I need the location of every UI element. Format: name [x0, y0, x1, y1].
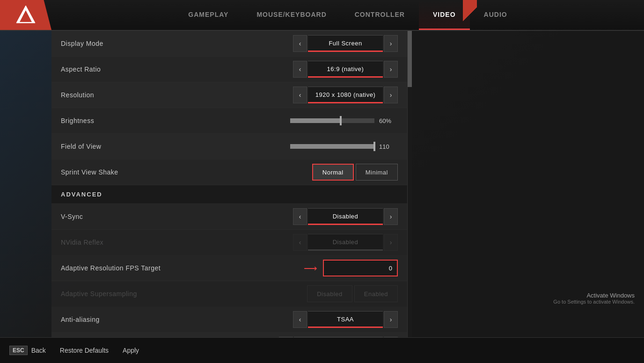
aspect-ratio-label: Aspect Ratio: [61, 65, 293, 73]
display-mode-label: Display Mode: [61, 40, 293, 47]
apply-button[interactable]: Apply: [123, 347, 139, 354]
fov-row: Field of View 110: [51, 134, 407, 160]
vsync-next[interactable]: ›: [384, 208, 398, 225]
bottom-bar: ESC Back Restore Defaults Apply: [0, 337, 644, 363]
restore-defaults-button[interactable]: Restore Defaults: [60, 347, 109, 354]
fov-slider[interactable]: [290, 144, 374, 149]
restore-defaults-label: Restore Defaults: [60, 347, 109, 354]
nvidia-reflex-row: NVidia Reflex ‹ Disabled ›: [51, 230, 407, 255]
nvidia-reflex-label: NVidia Reflex: [61, 239, 293, 246]
apex-logo: [14, 3, 37, 27]
nvidia-reflex-next: ›: [384, 234, 398, 251]
aspect-ratio-row: Aspect Ratio ‹ 16:9 (native) ›: [51, 57, 407, 82]
display-mode-row: Display Mode ‹ Full Screen ›: [51, 31, 407, 57]
display-mode-control: ‹ Full Screen ›: [293, 35, 398, 52]
tab-gameplay[interactable]: GAMEPLAY: [174, 0, 242, 30]
sprint-view-shake-control: Normal Minimal: [312, 164, 398, 181]
brightness-value: 60%: [379, 117, 398, 124]
tab-controller[interactable]: CONTROLLER: [341, 0, 419, 30]
fov-label: Field of View: [61, 143, 290, 150]
nvidia-reflex-value: Disabled: [308, 234, 383, 251]
texture-streaming-row: Texture Streaming Budget ‹ Low (2-3 GB V…: [51, 333, 407, 337]
adaptive-supersampling-enabled: Enabled: [354, 285, 398, 302]
resolution-prev[interactable]: ‹: [293, 87, 307, 103]
esc-key-label: ESC: [9, 346, 28, 355]
settings-panel: Display Mode ‹ Full Screen › Aspect Rati…: [51, 31, 407, 337]
scrollbar-thumb[interactable]: [408, 31, 412, 87]
fov-control: 110: [290, 143, 398, 150]
brightness-slider[interactable]: [290, 118, 374, 123]
sprint-view-shake-row: Sprint View Shake Normal Minimal: [51, 160, 407, 185]
aspect-ratio-value: 16:9 (native): [308, 61, 383, 78]
brightness-control: 60%: [290, 117, 398, 124]
anti-aliasing-label: Anti-aliasing: [61, 316, 293, 323]
right-panel: Activate Windows Go to Settings to activ…: [412, 31, 644, 337]
back-button[interactable]: ESC Back: [9, 346, 46, 355]
nav-tabs: GAMEPLAY MOUSE/KEYBOARD CONTROLLER VIDEO…: [51, 0, 644, 30]
resolution-value: 1920 x 1080 (native): [308, 87, 383, 103]
brightness-label: Brightness: [61, 117, 290, 124]
display-mode-next[interactable]: ›: [384, 35, 398, 52]
display-mode-value: Full Screen: [308, 35, 383, 52]
resolution-label: Resolution: [61, 91, 293, 99]
adaptive-supersampling-row: Adaptive Supersampling Disabled Enabled: [51, 281, 407, 307]
sprint-view-shake-label: Sprint View Shake: [61, 168, 312, 176]
resolution-control: ‹ 1920 x 1080 (native) ›: [293, 87, 398, 103]
back-label: Back: [31, 347, 46, 354]
adaptive-supersampling-label: Adaptive Supersampling: [61, 290, 307, 298]
anti-aliasing-next[interactable]: ›: [384, 311, 398, 328]
nvidia-reflex-prev: ‹: [293, 234, 307, 251]
aspect-ratio-control: ‹ 16:9 (native) ›: [293, 61, 398, 78]
activate-title: Activate Windows: [553, 292, 635, 299]
vsync-label: V-Sync: [61, 213, 293, 220]
adaptive-res-input[interactable]: [323, 260, 398, 276]
fov-thumb: [373, 142, 375, 151]
brightness-thumb: [340, 116, 342, 125]
sprint-view-shake-minimal[interactable]: Minimal: [356, 164, 398, 181]
vsync-row: V-Sync ‹ Disabled ›: [51, 204, 407, 230]
aspect-ratio-prev[interactable]: ‹: [293, 61, 307, 78]
adaptive-res-control: ⟶: [304, 260, 398, 276]
aspect-ratio-next[interactable]: ›: [384, 61, 398, 78]
adaptive-res-row: Adaptive Resolution FPS Target ⟶: [51, 255, 407, 281]
tab-mouse-keyboard[interactable]: MOUSE/KEYBOARD: [242, 0, 340, 30]
logo-area: [0, 0, 51, 30]
adaptive-supersampling-disabled: Disabled: [307, 285, 352, 302]
anti-aliasing-control: ‹ TSAA ›: [293, 311, 398, 328]
brightness-row: Brightness 60%: [51, 108, 407, 134]
top-navigation: GAMEPLAY MOUSE/KEYBOARD CONTROLLER VIDEO…: [0, 0, 644, 31]
fov-value: 110: [379, 143, 398, 150]
adaptive-res-label: Adaptive Resolution FPS Target: [61, 264, 304, 272]
tab-video[interactable]: VIDEO: [419, 0, 470, 30]
vsync-value: Disabled: [308, 208, 383, 225]
scrollbar-track[interactable]: [407, 31, 412, 337]
tab-audio[interactable]: AUDIO: [470, 0, 521, 30]
activate-windows: Activate Windows Go to Settings to activ…: [553, 292, 635, 305]
resolution-next[interactable]: ›: [384, 87, 398, 103]
resolution-row: Resolution ‹ 1920 x 1080 (native) ›: [51, 82, 407, 108]
main-content: Display Mode ‹ Full Screen › Aspect Rati…: [51, 31, 644, 337]
nvidia-reflex-control: ‹ Disabled ›: [293, 234, 398, 251]
adaptive-supersampling-control: Disabled Enabled: [307, 285, 398, 302]
sprint-view-shake-normal[interactable]: Normal: [312, 164, 354, 181]
display-mode-prev[interactable]: ‹: [293, 35, 307, 52]
vsync-control: ‹ Disabled ›: [293, 208, 398, 225]
anti-aliasing-row: Anti-aliasing ‹ TSAA ›: [51, 307, 407, 333]
arrow-indicator: ⟶: [304, 262, 317, 274]
anti-aliasing-value: TSAA: [308, 311, 383, 328]
brightness-fill: [290, 118, 341, 123]
anti-aliasing-prev[interactable]: ‹: [293, 311, 307, 328]
fov-fill: [290, 144, 374, 149]
vsync-prev[interactable]: ‹: [293, 208, 307, 225]
apply-label: Apply: [123, 347, 139, 354]
activate-subtitle: Go to Settings to activate Windows.: [553, 299, 635, 305]
advanced-header: ADVANCED: [51, 185, 407, 204]
